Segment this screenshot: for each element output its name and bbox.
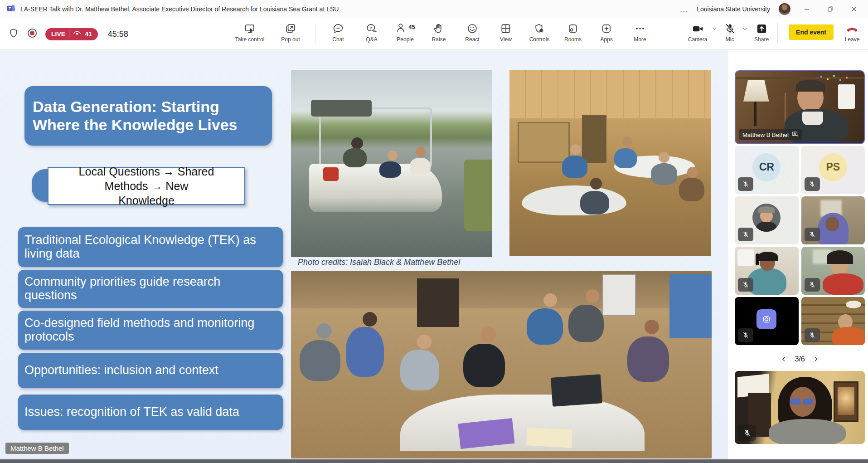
qna-button[interactable]: ? Q&A bbox=[356, 21, 387, 43]
controls-shield-gear-icon bbox=[533, 21, 545, 36]
participant-tile-video[interactable] bbox=[735, 247, 799, 295]
participant-tile-avatar[interactable] bbox=[735, 196, 799, 244]
slide-callout-box: Local Questions → Shared Methods → New K… bbox=[48, 167, 245, 205]
participant-tile-video[interactable] bbox=[801, 196, 865, 244]
participant-tile-initials[interactable]: PS bbox=[801, 146, 865, 194]
security-shield-icon bbox=[8, 28, 19, 40]
apps-plus-icon bbox=[601, 21, 612, 36]
slide-bullet-5: Issues: recognition of TEK as valid data bbox=[18, 395, 283, 430]
presenter-name-tag: Matthew B Bethel bbox=[5, 443, 69, 454]
viewers-eye-icon bbox=[73, 30, 81, 38]
take-control-button[interactable]: Take control bbox=[229, 21, 271, 43]
participant-grid: CR PS bbox=[735, 146, 865, 345]
teams-logo-icon: T bbox=[6, 4, 16, 15]
window-minimize-button[interactable] bbox=[799, 2, 815, 16]
end-event-button[interactable]: End event bbox=[789, 24, 834, 40]
user-avatar[interactable] bbox=[778, 3, 791, 15]
apps-button[interactable]: Apps bbox=[591, 21, 622, 43]
leave-button[interactable]: Leave bbox=[840, 21, 864, 43]
live-status-badge: LIVE 41 bbox=[45, 28, 98, 40]
live-label: LIVE bbox=[51, 30, 65, 38]
speaker-name-label: Matthew B Bethel bbox=[739, 129, 802, 140]
gallery-pagination: 3/6 bbox=[735, 353, 865, 366]
photo-community-workshop bbox=[509, 70, 711, 256]
page-next-button[interactable] bbox=[812, 356, 820, 363]
mic-muted-indicator bbox=[805, 228, 820, 241]
chat-icon bbox=[332, 21, 344, 36]
share-button[interactable]: Share bbox=[750, 21, 773, 43]
participant-tile-no-video[interactable] bbox=[735, 297, 799, 345]
mic-options-chevron[interactable] bbox=[742, 21, 748, 36]
window-title-bar: T LA-SEER Talk with Dr. Matthew Bethel, … bbox=[0, 0, 868, 18]
mic-muted-indicator bbox=[738, 228, 753, 241]
slide-title: Data Generation: Starting Where the Know… bbox=[24, 86, 272, 146]
self-glasses bbox=[790, 399, 800, 405]
slide-bullet-2: Community priorities guide research ques… bbox=[18, 270, 283, 308]
photo-group-discussion bbox=[291, 271, 712, 458]
photo-credits-caption: Photo credits: Isaiah Black & Matthew Be… bbox=[298, 258, 460, 267]
participant-figure bbox=[832, 327, 865, 345]
callout-text: Local Questions → Shared Methods → New K… bbox=[76, 164, 217, 208]
slide-bullet-3: Co-designed field methods and monitoring… bbox=[18, 311, 283, 350]
participant-initials: PS bbox=[826, 161, 840, 173]
more-button[interactable]: More bbox=[625, 21, 655, 43]
take-control-icon bbox=[244, 21, 256, 36]
meeting-timer: 45:58 bbox=[108, 29, 128, 39]
camera-options-chevron[interactable] bbox=[711, 21, 718, 36]
pop-out-button[interactable]: Pop out bbox=[273, 21, 308, 43]
share-screen-icon bbox=[756, 21, 768, 36]
window-close-button[interactable] bbox=[846, 2, 862, 16]
people-button[interactable]: 45 People bbox=[390, 21, 421, 43]
spotlight-icon bbox=[792, 131, 799, 138]
view-grid-icon bbox=[500, 21, 512, 36]
organization-name: Louisiana State University bbox=[697, 5, 770, 13]
mic-muted-indicator bbox=[805, 328, 820, 342]
self-body bbox=[769, 419, 846, 444]
self-view-tile[interactable] bbox=[735, 371, 865, 444]
participant-tile-initials[interactable]: CR bbox=[735, 146, 799, 194]
chat-button[interactable]: Chat bbox=[323, 21, 354, 43]
window-restore-button[interactable] bbox=[823, 2, 838, 16]
slide-bullet-1: Traditional Ecological Knowledge (TEK) a… bbox=[18, 227, 283, 267]
mic-muted-indicator bbox=[738, 424, 756, 441]
raise-hand-button[interactable]: Raise bbox=[423, 21, 454, 43]
camera-icon bbox=[692, 21, 704, 36]
more-dots-icon bbox=[634, 21, 646, 36]
table bbox=[400, 395, 644, 451]
app-avatar-icon bbox=[756, 309, 776, 329]
page-previous-button[interactable] bbox=[780, 356, 787, 363]
react-smiley-icon bbox=[466, 21, 478, 36]
mic-muted-indicator bbox=[805, 278, 820, 292]
view-button[interactable]: View bbox=[490, 21, 521, 43]
people-icon bbox=[395, 22, 407, 35]
react-button[interactable]: React bbox=[457, 21, 488, 43]
rooms-icon bbox=[567, 21, 579, 36]
people-count: 45 bbox=[408, 24, 415, 30]
table bbox=[522, 185, 626, 215]
meeting-toolbar: LIVE 41 45:58 Take control bbox=[0, 18, 868, 50]
qna-icon: ? bbox=[366, 21, 378, 36]
slide-bullet-4: Opportunities: inclusion and context bbox=[18, 353, 283, 388]
participant-tile-video[interactable] bbox=[801, 297, 865, 345]
viewer-count: 41 bbox=[85, 30, 92, 38]
shared-window-bottom-edge bbox=[0, 459, 868, 463]
mic-muted-indicator bbox=[805, 177, 820, 191]
recording-indicator-icon bbox=[26, 27, 38, 41]
svg-text:T: T bbox=[9, 6, 11, 10]
camera-button[interactable]: Camera bbox=[686, 21, 709, 43]
participant-initials: CR bbox=[759, 161, 774, 173]
mic-muted-icon bbox=[724, 21, 736, 36]
titlebar-more-menu[interactable]: ... bbox=[680, 5, 689, 13]
svg-text:?: ? bbox=[369, 25, 372, 30]
participant-figure bbox=[823, 273, 863, 295]
photo-boat-fieldwork bbox=[291, 70, 492, 257]
mic-muted-indicator bbox=[738, 177, 753, 191]
controls-button[interactable]: Controls bbox=[524, 21, 555, 43]
rooms-button[interactable]: Rooms bbox=[558, 21, 588, 43]
active-speaker-tile[interactable]: Matthew B Bethel bbox=[735, 70, 865, 144]
participant-tile-video[interactable] bbox=[801, 247, 865, 295]
pop-out-icon bbox=[285, 21, 296, 36]
raise-hand-icon bbox=[433, 21, 445, 36]
meeting-title: LA-SEER Talk with Dr. Matthew Bethel, As… bbox=[20, 5, 339, 13]
mic-button[interactable]: Mic bbox=[720, 21, 740, 43]
